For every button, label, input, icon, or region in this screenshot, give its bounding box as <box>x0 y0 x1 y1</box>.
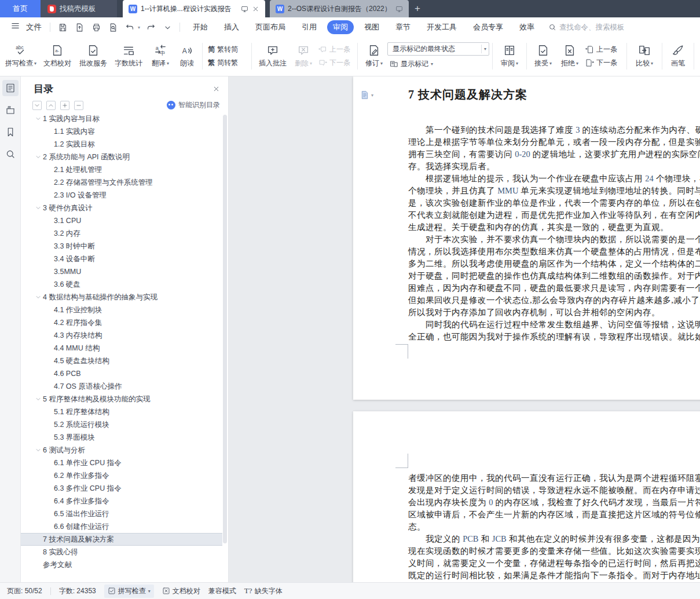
missing-font-indicator[interactable]: T? 缺失字体 <box>244 586 283 596</box>
save-button[interactable] <box>56 21 69 34</box>
toc-item[interactable]: 5.2 系统运行模块 <box>21 418 222 431</box>
toc-item[interactable]: 3.6 硬盘 <box>21 278 222 291</box>
toc-item[interactable]: 3 硬件仿真设计 <box>21 202 222 214</box>
toc-item[interactable]: 2.2 存储器管理与文件系统管理 <box>21 176 222 189</box>
toc-item[interactable]: 6.4 多作业多指令 <box>21 495 222 507</box>
proofread-button[interactable]: a- 文档校对 <box>39 39 75 73</box>
menu-item-page-layout[interactable]: 页面布局 <box>250 20 291 34</box>
toc-item[interactable]: 6.5 溢出作业运行 <box>21 507 222 520</box>
menu-item-review[interactable]: 审阅 <box>327 20 354 34</box>
undo-button[interactable] <box>123 21 136 34</box>
toc-item[interactable]: 3.2 内存 <box>21 227 222 240</box>
toc-item[interactable]: 5.1 程序整体结构 <box>21 406 222 418</box>
next-comment-button[interactable]: 下一条 <box>316 57 354 68</box>
toc-item[interactable]: 4.5 硬盘盘块结构 <box>21 355 222 367</box>
chevron-down-icon[interactable] <box>34 154 43 160</box>
word-count-button[interactable]: 字数统计 <box>111 39 146 73</box>
toc-item[interactable]: 6 测试与分析 <box>21 444 222 456</box>
compare-button[interactable]: 比较▾ <box>630 39 659 73</box>
restrict-edit-button[interactable]: 限制编辑 <box>697 39 700 73</box>
toc-item[interactable]: 6.6 创建作业运行 <box>21 520 222 533</box>
document-tab-2[interactable]: W 2--OS课程设计自测报告（2022） <box>270 0 409 17</box>
close-panel-icon[interactable] <box>212 85 220 93</box>
toc-item[interactable]: 4.7 OS 原语核心操作 <box>21 380 222 393</box>
bookmark-panel-button[interactable] <box>2 124 19 140</box>
toc-item[interactable]: 6.2 单作业多指令 <box>21 469 222 482</box>
menu-item-dev-tools[interactable]: 开发工具 <box>421 20 463 34</box>
redo-button[interactable] <box>144 21 157 34</box>
toc-item[interactable]: 1.1 实践内容 <box>21 125 222 138</box>
expand-all-button[interactable] <box>32 101 42 110</box>
show-markup-button[interactable]: 显示标记▾ <box>387 59 489 70</box>
toc-item[interactable]: 4.2 程序指令集 <box>21 316 222 329</box>
outline-panel-button[interactable] <box>2 80 19 96</box>
monitor-icon[interactable] <box>241 5 248 13</box>
chevron-down-icon[interactable] <box>34 396 43 402</box>
toc-item[interactable]: 4.4 MMU 结构 <box>21 342 222 355</box>
print-preview-button[interactable] <box>107 21 119 34</box>
prev-change-button[interactable]: 上一条 <box>583 44 624 55</box>
toc-item[interactable]: 1 实践内容与目标 <box>21 112 222 125</box>
smart-recognize-toc-button[interactable]: 智能识别目录 <box>167 100 220 110</box>
toc-item[interactable]: 4.3 内存块结构 <box>21 329 222 342</box>
toc-item[interactable]: 3.5MMU <box>21 265 222 278</box>
toc-item[interactable]: 5.3 界面模块 <box>21 431 222 444</box>
menu-item-efficiency[interactable]: 效率 <box>514 20 540 34</box>
simp-to-trad-button[interactable]: 繁 简转繁 <box>206 57 248 68</box>
track-changes-button[interactable]: 修订▾ <box>361 39 387 73</box>
spellcheck-button[interactable]: abc 拼写检查▾ <box>2 39 39 73</box>
docer-template-tab[interactable]: 找稿壳模板 <box>41 0 117 17</box>
read-aloud-button[interactable]: A 朗读 <box>175 39 199 73</box>
toc-item[interactable]: 4.6 PCB <box>21 367 222 380</box>
toc-item[interactable]: 6.3 多作业 CPU 指令 <box>21 482 222 495</box>
toc-item[interactable]: 4 数据结构与基础操作的抽象与实现 <box>21 291 222 304</box>
customize-toolbar-button[interactable] <box>161 21 174 34</box>
markup-state-select[interactable]: 显示标记的最终状态 ▾ <box>387 42 489 56</box>
menu-item-view[interactable]: 视图 <box>358 20 385 34</box>
close-tab-icon[interactable] <box>252 5 259 13</box>
document-page-1[interactable]: ▾ 7 技术问题及解决方案 第一个碰到的技术问题是我选择了难度 3 的连续动态分… <box>353 76 700 400</box>
toc-item[interactable]: 6.1 单作业 CPU 指令 <box>21 456 222 469</box>
spellcheck-toggle[interactable]: 拼写检查 ▾ <box>104 585 154 598</box>
menu-item-section[interactable]: 章节 <box>390 20 416 34</box>
brush-button[interactable]: 画笔 <box>665 39 691 73</box>
toc-item[interactable]: 2.3 I/O 设备管理 <box>21 189 222 202</box>
chevron-down-icon[interactable] <box>34 205 43 211</box>
proofread-toggle[interactable]: 文档校对 <box>162 586 200 596</box>
page-indicator[interactable]: 页面: 50/52 <box>7 586 42 596</box>
toc-item[interactable]: 4.1 作业控制块 <box>21 304 222 316</box>
chevron-down-icon[interactable] <box>34 116 43 122</box>
trad-to-simp-button[interactable]: 简 繁转简 <box>206 44 248 55</box>
prev-comment-button[interactable]: 上一条 <box>316 44 354 55</box>
toc-item[interactable]: 2.1 处理机管理 <box>21 163 222 176</box>
menu-item-home[interactable]: 开始 <box>187 20 214 34</box>
document-page-2[interactable]: 者缓冲区的使用中，我的代码一直没有运行正确，我认为是两个进程循环阻塞的发现是对于… <box>353 411 700 582</box>
toc-item[interactable]: 3.1 CPU <box>21 214 222 227</box>
heading-fold-control[interactable]: ▾ <box>360 90 373 100</box>
toc-item[interactable]: 1.2 实践目标 <box>21 138 222 151</box>
translate-button[interactable]: a中 翻译▾ <box>146 39 175 73</box>
toc-item[interactable]: 3.4 设备中断 <box>21 253 222 265</box>
review-pane-button[interactable]: 审阅▾ <box>496 39 523 73</box>
collapse-level-button[interactable] <box>74 101 83 110</box>
file-menu-button[interactable]: 文件 <box>0 21 50 34</box>
accept-button[interactable]: 接受▾ <box>530 39 556 73</box>
print-button[interactable] <box>90 21 102 34</box>
menu-item-insert[interactable]: 插入 <box>218 20 245 34</box>
toc-scrollbar[interactable] <box>223 115 227 543</box>
undo-dropdown-arrow[interactable]: ▾ <box>138 25 140 30</box>
word-count-indicator[interactable]: 字数: 24353 <box>59 586 96 596</box>
collapse-all-button[interactable] <box>46 101 56 110</box>
new-tab-button[interactable]: + <box>409 0 426 17</box>
toc-item[interactable]: 参考文献 <box>21 558 222 571</box>
toc-item[interactable]: 5 程序整体结构及模块功能的实现 <box>21 393 222 406</box>
next-change-button[interactable]: 下一条 <box>583 57 624 68</box>
toc-item[interactable]: 7 技术问题及解决方案 <box>21 533 222 546</box>
command-search[interactable]: 查找命令、搜索模板 <box>548 23 625 32</box>
monitor-icon[interactable] <box>395 5 403 13</box>
delete-comment-button[interactable]: 删除▾ <box>291 39 316 73</box>
toc-item[interactable]: 3.3 时钟中断 <box>21 240 222 253</box>
document-tab-1[interactable]: W 1--计算机操...程设计实践报告 <box>123 0 265 17</box>
insert-comment-button[interactable]: 插入批注 <box>255 39 291 73</box>
correction-service-button[interactable]: 批改服务 <box>75 39 111 73</box>
